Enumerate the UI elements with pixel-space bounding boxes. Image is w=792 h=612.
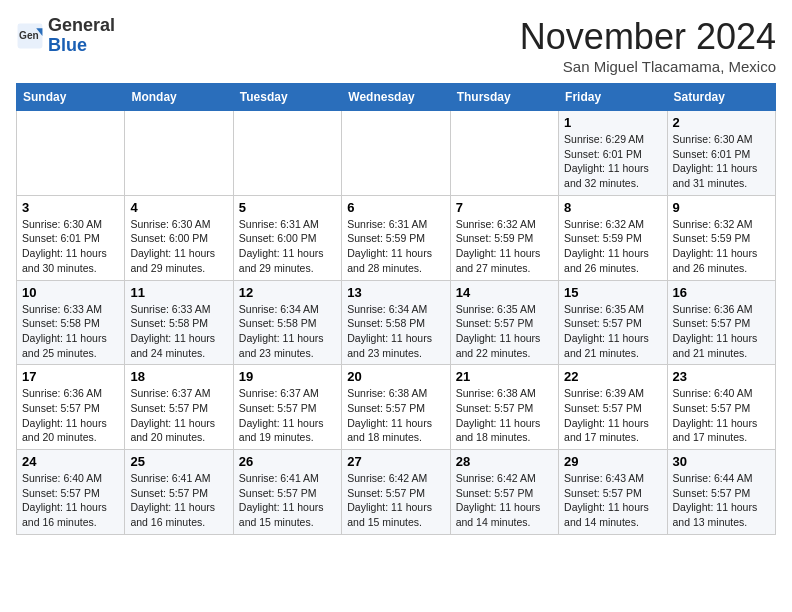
day-number: 11	[130, 285, 227, 300]
day-info: Sunrise: 6:30 AM Sunset: 6:00 PM Dayligh…	[130, 217, 227, 276]
calendar-cell: 29Sunrise: 6:43 AM Sunset: 5:57 PM Dayli…	[559, 450, 667, 535]
day-info: Sunrise: 6:44 AM Sunset: 5:57 PM Dayligh…	[673, 471, 770, 530]
day-info: Sunrise: 6:32 AM Sunset: 5:59 PM Dayligh…	[673, 217, 770, 276]
calendar-cell	[17, 111, 125, 196]
day-number: 20	[347, 369, 444, 384]
day-info: Sunrise: 6:39 AM Sunset: 5:57 PM Dayligh…	[564, 386, 661, 445]
page-header: Gen General Blue November 2024 San Migue…	[16, 16, 776, 75]
day-number: 26	[239, 454, 336, 469]
calendar-cell	[342, 111, 450, 196]
title-block: November 2024 San Miguel Tlacamama, Mexi…	[520, 16, 776, 75]
calendar-cell: 18Sunrise: 6:37 AM Sunset: 5:57 PM Dayli…	[125, 365, 233, 450]
day-info: Sunrise: 6:41 AM Sunset: 5:57 PM Dayligh…	[130, 471, 227, 530]
calendar-cell: 19Sunrise: 6:37 AM Sunset: 5:57 PM Dayli…	[233, 365, 341, 450]
weekday-header-thursday: Thursday	[450, 84, 558, 111]
day-info: Sunrise: 6:43 AM Sunset: 5:57 PM Dayligh…	[564, 471, 661, 530]
day-info: Sunrise: 6:33 AM Sunset: 5:58 PM Dayligh…	[22, 302, 119, 361]
calendar-cell: 10Sunrise: 6:33 AM Sunset: 5:58 PM Dayli…	[17, 280, 125, 365]
location-subtitle: San Miguel Tlacamama, Mexico	[520, 58, 776, 75]
weekday-header-saturday: Saturday	[667, 84, 775, 111]
day-info: Sunrise: 6:37 AM Sunset: 5:57 PM Dayligh…	[130, 386, 227, 445]
day-info: Sunrise: 6:41 AM Sunset: 5:57 PM Dayligh…	[239, 471, 336, 530]
day-number: 2	[673, 115, 770, 130]
calendar-cell: 9Sunrise: 6:32 AM Sunset: 5:59 PM Daylig…	[667, 195, 775, 280]
day-number: 10	[22, 285, 119, 300]
day-number: 18	[130, 369, 227, 384]
calendar-cell: 15Sunrise: 6:35 AM Sunset: 5:57 PM Dayli…	[559, 280, 667, 365]
calendar-week-1: 1Sunrise: 6:29 AM Sunset: 6:01 PM Daylig…	[17, 111, 776, 196]
day-number: 19	[239, 369, 336, 384]
calendar-cell	[450, 111, 558, 196]
calendar-week-4: 17Sunrise: 6:36 AM Sunset: 5:57 PM Dayli…	[17, 365, 776, 450]
calendar-cell: 28Sunrise: 6:42 AM Sunset: 5:57 PM Dayli…	[450, 450, 558, 535]
day-info: Sunrise: 6:31 AM Sunset: 6:00 PM Dayligh…	[239, 217, 336, 276]
day-info: Sunrise: 6:35 AM Sunset: 5:57 PM Dayligh…	[456, 302, 553, 361]
day-info: Sunrise: 6:34 AM Sunset: 5:58 PM Dayligh…	[347, 302, 444, 361]
calendar-cell: 20Sunrise: 6:38 AM Sunset: 5:57 PM Dayli…	[342, 365, 450, 450]
calendar-cell: 21Sunrise: 6:38 AM Sunset: 5:57 PM Dayli…	[450, 365, 558, 450]
calendar-table: SundayMondayTuesdayWednesdayThursdayFrid…	[16, 83, 776, 535]
day-info: Sunrise: 6:40 AM Sunset: 5:57 PM Dayligh…	[673, 386, 770, 445]
calendar-cell: 17Sunrise: 6:36 AM Sunset: 5:57 PM Dayli…	[17, 365, 125, 450]
day-number: 29	[564, 454, 661, 469]
calendar-week-3: 10Sunrise: 6:33 AM Sunset: 5:58 PM Dayli…	[17, 280, 776, 365]
day-number: 8	[564, 200, 661, 215]
day-number: 27	[347, 454, 444, 469]
calendar-cell: 6Sunrise: 6:31 AM Sunset: 5:59 PM Daylig…	[342, 195, 450, 280]
calendar-cell: 5Sunrise: 6:31 AM Sunset: 6:00 PM Daylig…	[233, 195, 341, 280]
day-info: Sunrise: 6:32 AM Sunset: 5:59 PM Dayligh…	[456, 217, 553, 276]
day-number: 22	[564, 369, 661, 384]
day-number: 14	[456, 285, 553, 300]
calendar-cell: 16Sunrise: 6:36 AM Sunset: 5:57 PM Dayli…	[667, 280, 775, 365]
day-info: Sunrise: 6:35 AM Sunset: 5:57 PM Dayligh…	[564, 302, 661, 361]
day-info: Sunrise: 6:37 AM Sunset: 5:57 PM Dayligh…	[239, 386, 336, 445]
day-number: 17	[22, 369, 119, 384]
calendar-cell: 25Sunrise: 6:41 AM Sunset: 5:57 PM Dayli…	[125, 450, 233, 535]
calendar-cell: 4Sunrise: 6:30 AM Sunset: 6:00 PM Daylig…	[125, 195, 233, 280]
day-info: Sunrise: 6:40 AM Sunset: 5:57 PM Dayligh…	[22, 471, 119, 530]
day-number: 30	[673, 454, 770, 469]
weekday-header-sunday: Sunday	[17, 84, 125, 111]
day-info: Sunrise: 6:30 AM Sunset: 6:01 PM Dayligh…	[673, 132, 770, 191]
day-info: Sunrise: 6:33 AM Sunset: 5:58 PM Dayligh…	[130, 302, 227, 361]
calendar-cell: 2Sunrise: 6:30 AM Sunset: 6:01 PM Daylig…	[667, 111, 775, 196]
day-info: Sunrise: 6:30 AM Sunset: 6:01 PM Dayligh…	[22, 217, 119, 276]
day-info: Sunrise: 6:36 AM Sunset: 5:57 PM Dayligh…	[22, 386, 119, 445]
logo-blue-text: Blue	[48, 35, 87, 55]
logo: Gen General Blue	[16, 16, 115, 56]
day-number: 6	[347, 200, 444, 215]
calendar-cell	[125, 111, 233, 196]
day-number: 28	[456, 454, 553, 469]
day-info: Sunrise: 6:31 AM Sunset: 5:59 PM Dayligh…	[347, 217, 444, 276]
day-number: 16	[673, 285, 770, 300]
calendar-cell: 27Sunrise: 6:42 AM Sunset: 5:57 PM Dayli…	[342, 450, 450, 535]
calendar-week-2: 3Sunrise: 6:30 AM Sunset: 6:01 PM Daylig…	[17, 195, 776, 280]
calendar-body: 1Sunrise: 6:29 AM Sunset: 6:01 PM Daylig…	[17, 111, 776, 535]
calendar-cell: 8Sunrise: 6:32 AM Sunset: 5:59 PM Daylig…	[559, 195, 667, 280]
day-number: 9	[673, 200, 770, 215]
day-info: Sunrise: 6:29 AM Sunset: 6:01 PM Dayligh…	[564, 132, 661, 191]
day-info: Sunrise: 6:38 AM Sunset: 5:57 PM Dayligh…	[456, 386, 553, 445]
logo-general-text: General	[48, 15, 115, 35]
weekday-header-row: SundayMondayTuesdayWednesdayThursdayFrid…	[17, 84, 776, 111]
day-number: 12	[239, 285, 336, 300]
calendar-header: SundayMondayTuesdayWednesdayThursdayFrid…	[17, 84, 776, 111]
day-number: 4	[130, 200, 227, 215]
calendar-cell: 24Sunrise: 6:40 AM Sunset: 5:57 PM Dayli…	[17, 450, 125, 535]
calendar-cell: 3Sunrise: 6:30 AM Sunset: 6:01 PM Daylig…	[17, 195, 125, 280]
weekday-header-wednesday: Wednesday	[342, 84, 450, 111]
day-info: Sunrise: 6:42 AM Sunset: 5:57 PM Dayligh…	[456, 471, 553, 530]
calendar-cell: 7Sunrise: 6:32 AM Sunset: 5:59 PM Daylig…	[450, 195, 558, 280]
weekday-header-friday: Friday	[559, 84, 667, 111]
calendar-cell: 23Sunrise: 6:40 AM Sunset: 5:57 PM Dayli…	[667, 365, 775, 450]
day-number: 23	[673, 369, 770, 384]
day-info: Sunrise: 6:38 AM Sunset: 5:57 PM Dayligh…	[347, 386, 444, 445]
day-number: 25	[130, 454, 227, 469]
calendar-cell: 1Sunrise: 6:29 AM Sunset: 6:01 PM Daylig…	[559, 111, 667, 196]
calendar-week-5: 24Sunrise: 6:40 AM Sunset: 5:57 PM Dayli…	[17, 450, 776, 535]
calendar-cell: 22Sunrise: 6:39 AM Sunset: 5:57 PM Dayli…	[559, 365, 667, 450]
month-title: November 2024	[520, 16, 776, 58]
day-info: Sunrise: 6:36 AM Sunset: 5:57 PM Dayligh…	[673, 302, 770, 361]
calendar-cell	[233, 111, 341, 196]
day-number: 15	[564, 285, 661, 300]
